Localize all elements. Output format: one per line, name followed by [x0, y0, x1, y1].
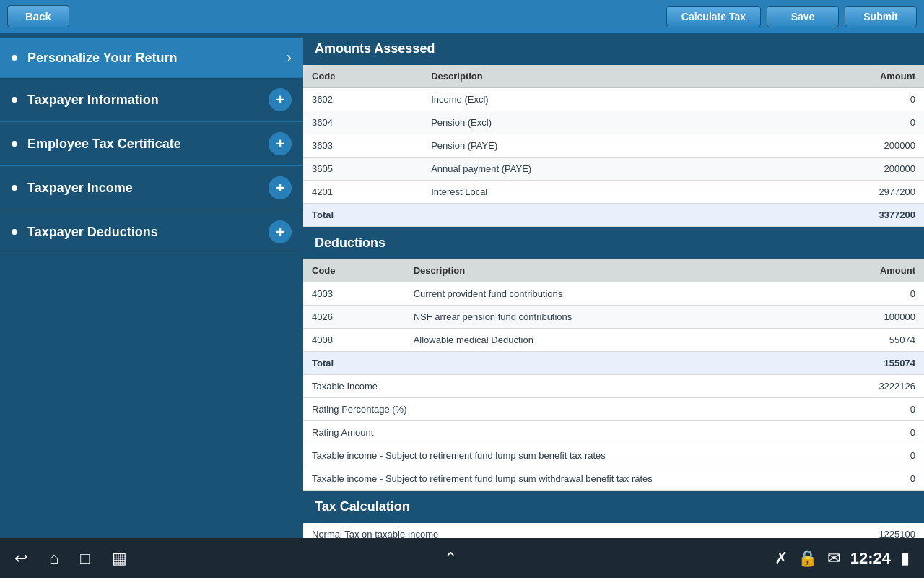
amount-cell: 0 — [767, 88, 924, 111]
back-button[interactable]: Back — [7, 5, 69, 27]
sidebar-item-taxpayer-deductions[interactable]: Taxpayer Deductions + — [0, 210, 303, 254]
description-cell: Interest Local — [422, 181, 767, 204]
amount-column-header: Amount — [767, 65, 924, 88]
sidebar-item-employee-tax[interactable]: Employee Tax Certificate + — [0, 122, 303, 166]
top-bar-left: Back — [7, 5, 69, 27]
amount-cell: 0 — [842, 282, 924, 306]
code-column-header: Code — [303, 65, 422, 88]
sidebar-item-label: Taxpayer Information — [27, 92, 269, 108]
total-row: Total 3377200 — [303, 204, 924, 227]
email-icon: ✉ — [827, 549, 840, 568]
home-icon[interactable]: ⌂ — [49, 549, 58, 568]
tax-calculation-table: Normal Tax on taxable Income 1225100 Reb… — [303, 523, 924, 538]
plus-icon: + — [269, 88, 292, 111]
description-cell: NSF arrear pension fund contributions — [405, 306, 843, 329]
right-panel: Amounts Assessed Code Description Amount… — [303, 33, 924, 538]
description-cell: Pension (PAYE) — [422, 134, 767, 158]
tax-label-cell: Normal Tax on taxable Income — [303, 523, 755, 538]
amount-cell: 2977200 — [767, 181, 924, 204]
table-row: 4008 Allowable medical Deduction 55074 — [303, 329, 924, 352]
total-value: 155074 — [842, 352, 924, 375]
amount-cell: 0 — [767, 111, 924, 134]
description-column-header: Description — [405, 259, 843, 282]
sidebar-item-personalize[interactable]: Personalize Your Return › — [0, 38, 303, 78]
summary-row: Rating Amount 0 — [303, 421, 924, 444]
summary-row: Rating Percentage (%) 0 — [303, 398, 924, 421]
calculate-tax-button[interactable]: Calculate Tax — [666, 6, 761, 27]
total-row: Total 155074 — [303, 352, 924, 375]
summary-label-cell: Taxable Income — [303, 375, 842, 398]
sidebar-dot — [12, 185, 17, 191]
tax-calculation-header: Tax Calculation — [303, 491, 924, 523]
plus-icon: + — [269, 220, 292, 243]
sidebar-dot — [12, 55, 17, 61]
table-row: Normal Tax on taxable Income 1225100 — [303, 523, 924, 538]
table-row: 3602 Income (Excl) 0 — [303, 88, 924, 111]
amount-cell: 55074 — [842, 329, 924, 352]
top-bar: Back Calculate Tax Save Submit — [0, 0, 924, 33]
back-nav-icon[interactable]: ↩ — [14, 549, 27, 568]
bottom-nav-right: ✗ 🔒 ✉ 12:24 ▮ — [775, 549, 910, 568]
description-column-header: Description — [422, 65, 767, 88]
deductions-header: Deductions — [303, 227, 924, 259]
code-cell: 3605 — [303, 158, 422, 181]
table-row: 4026 NSF arrear pension fund contributio… — [303, 306, 924, 329]
description-cell: Current provident fund contributions — [405, 282, 843, 306]
total-value: 3377200 — [767, 204, 924, 227]
table-row: 3603 Pension (PAYE) 200000 — [303, 134, 924, 158]
total-label: Total — [303, 204, 767, 227]
summary-value-cell: 0 — [842, 398, 924, 421]
time-display: 12:24 — [850, 549, 891, 568]
sidebar-dot — [12, 141, 17, 147]
amounts-assessed-table: Code Description Amount 3602 Income (Exc… — [303, 65, 924, 227]
code-cell: 4201 — [303, 181, 422, 204]
summary-label-cell: Taxable income - Subject to retirement f… — [303, 444, 842, 467]
amounts-assessed-header-row: Code Description Amount — [303, 65, 924, 88]
chevron-right-icon: › — [287, 48, 292, 67]
summary-row: Taxable income - Subject to retirement f… — [303, 467, 924, 491]
tax-calculation-table-container: Normal Tax on taxable Income 1225100 Reb… — [303, 523, 924, 538]
summary-label-cell: Rating Percentage (%) — [303, 398, 842, 421]
screenshot-icon[interactable]: ▦ — [112, 549, 127, 568]
sidebar-item-taxpayer-information[interactable]: Taxpayer Information + — [0, 78, 303, 122]
summary-label-cell: Rating Amount — [303, 421, 842, 444]
amount-cell: 200000 — [767, 134, 924, 158]
summary-value-cell: 0 — [842, 467, 924, 491]
up-icon[interactable]: ⌃ — [444, 549, 457, 568]
usb-icon: ✗ — [775, 549, 788, 568]
submit-button[interactable]: Submit — [845, 6, 917, 27]
deductions-table: Code Description Amount 4003 Current pro… — [303, 259, 924, 491]
code-cell: 3602 — [303, 88, 422, 111]
description-cell: Annual payment (PAYE) — [422, 158, 767, 181]
top-bar-right: Calculate Tax Save Submit — [666, 6, 917, 27]
sidebar: Personalize Your Return › Taxpayer Infor… — [0, 33, 303, 538]
code-cell: 4003 — [303, 282, 405, 306]
save-button[interactable]: Save — [767, 6, 839, 27]
sidebar-dot — [12, 97, 17, 103]
amount-column-header: Amount — [842, 259, 924, 282]
code-cell: 3604 — [303, 111, 422, 134]
sidebar-dot — [12, 229, 17, 235]
recent-apps-icon[interactable]: □ — [80, 549, 90, 568]
sidebar-item-label: Personalize Your Return — [27, 51, 287, 66]
table-row: 3604 Pension (Excl) 0 — [303, 111, 924, 134]
bottom-nav-center: ⌃ — [444, 549, 457, 568]
lock-icon: 🔒 — [798, 549, 817, 568]
description-cell: Income (Excl) — [422, 88, 767, 111]
sidebar-item-label: Taxpayer Income — [27, 181, 269, 196]
summary-value-cell: 3222126 — [842, 375, 924, 398]
plus-icon: + — [269, 176, 292, 199]
code-cell: 4026 — [303, 306, 405, 329]
summary-value-cell: 0 — [842, 444, 924, 467]
table-row: 4201 Interest Local 2977200 — [303, 181, 924, 204]
tax-value-cell: 1225100 — [755, 523, 924, 538]
bottom-nav-left: ↩ ⌂ □ ▦ — [14, 549, 127, 568]
sidebar-item-taxpayer-income[interactable]: Taxpayer Income + — [0, 166, 303, 210]
plus-icon: + — [269, 132, 292, 155]
amount-cell: 200000 — [767, 158, 924, 181]
description-cell: Allowable medical Deduction — [405, 329, 843, 352]
summary-label-cell: Taxable income - Subject to retirement f… — [303, 467, 842, 491]
amount-cell: 100000 — [842, 306, 924, 329]
code-cell: 3603 — [303, 134, 422, 158]
amounts-assessed-header: Amounts Assessed — [303, 33, 924, 65]
